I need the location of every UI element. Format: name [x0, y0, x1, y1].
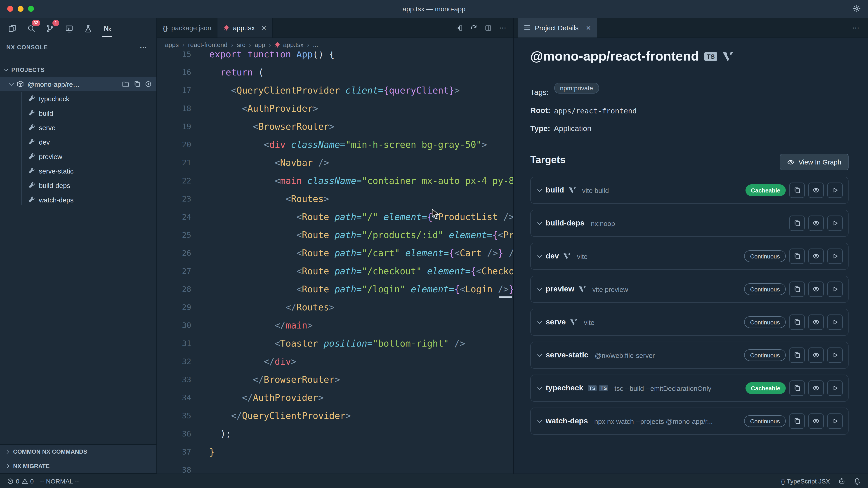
target-icon[interactable]	[145, 80, 152, 88]
editor-more-icon[interactable]: ⋯	[499, 24, 507, 32]
copilot-icon[interactable]	[838, 477, 845, 485]
refresh-icon[interactable]	[470, 24, 477, 31]
sidebar-target-row[interactable]: preview	[0, 149, 156, 164]
code-line[interactable]: 16 return (	[157, 63, 513, 81]
settings-gear-icon[interactable]	[852, 4, 861, 13]
project-row[interactable]: @mono-app/rea...	[0, 77, 156, 91]
target-card[interactable]: serve vite Continuous	[530, 308, 848, 336]
sidebar-target-row[interactable]: serve-static	[0, 164, 156, 178]
target-card[interactable]: build vite build Cacheable	[530, 177, 848, 204]
code-line[interactable]: 18 <AuthProvider>	[157, 99, 513, 118]
code-line[interactable]: 20 <div className="min-h-screen bg-gray-…	[157, 135, 513, 154]
run-task-button[interactable]	[827, 315, 843, 330]
target-card[interactable]: typecheck TSTS tsc --build --emitDeclara…	[530, 375, 848, 402]
code-line[interactable]: 17 <QueryClientProvider client={queryCli…	[157, 81, 513, 99]
target-card[interactable]: watch-deps npx nx watch --projects @mono…	[530, 408, 848, 435]
projects-section-row[interactable]: PROJECTS	[0, 62, 156, 77]
view-task-button[interactable]	[808, 348, 824, 363]
copy-task-button[interactable]	[789, 249, 805, 264]
code-line[interactable]: 29 </Routes>	[157, 298, 513, 316]
code-line[interactable]: 21 <Navbar />	[157, 154, 513, 172]
sidebar-target-row[interactable]: typecheck	[0, 91, 156, 106]
run-task-button[interactable]	[827, 282, 843, 297]
notifications-bell-icon[interactable]	[854, 477, 861, 485]
view-task-button[interactable]	[808, 216, 824, 231]
close-icon[interactable]: ✕	[586, 24, 591, 31]
view-task-button[interactable]	[808, 282, 824, 297]
sidebar-target-row[interactable]: build-deps	[0, 178, 156, 193]
breadcrumb-item[interactable]: react-frontend	[188, 41, 227, 48]
view-task-button[interactable]	[808, 183, 824, 198]
code-line[interactable]: 28 <Route path="/login" element={<Login …	[157, 280, 513, 298]
target-card[interactable]: preview vite preview Continuous	[530, 275, 848, 303]
run-task-button[interactable]	[827, 414, 843, 429]
close-icon[interactable]: ✕	[261, 24, 266, 31]
copy-task-button[interactable]	[789, 183, 805, 198]
nx-migrate-row[interactable]: NX MIGRATE	[0, 459, 156, 474]
code-line[interactable]: 25 <Route path="/products/:id" element={…	[157, 226, 513, 244]
remote-explorer-button[interactable]	[61, 20, 78, 37]
problems-indicator[interactable]: 0 0	[7, 477, 34, 485]
copy-task-button[interactable]	[789, 348, 805, 363]
sidebar-target-row[interactable]: build	[0, 106, 156, 120]
code-line[interactable]: 19 <BrowserRouter>	[157, 118, 513, 135]
open-to-side-icon[interactable]	[456, 24, 463, 31]
code-editor[interactable]: 15 export function App() { 16 return ( 1…	[157, 52, 513, 474]
view-task-button[interactable]	[808, 249, 824, 264]
code-line[interactable]: 36 );	[157, 425, 513, 443]
code-line[interactable]: 38	[157, 461, 513, 474]
run-task-button[interactable]	[827, 183, 843, 198]
sidebar-target-row[interactable]: dev	[0, 135, 156, 149]
run-task-button[interactable]	[827, 216, 843, 231]
code-line[interactable]: 33 </BrowserRouter>	[157, 370, 513, 389]
breadcrumb-item[interactable]: src	[237, 41, 245, 48]
sidebar-target-row[interactable]: watch-deps	[0, 193, 156, 207]
code-line[interactable]: 27 <Route path="/checkout" element={<Che…	[157, 262, 513, 280]
source-control-button[interactable]: 1	[41, 20, 59, 37]
code-line[interactable]: 24 <Route path="/" element={<ProductList…	[157, 208, 513, 226]
breadcrumb-item[interactable]: ...	[313, 41, 318, 48]
vim-mode-indicator[interactable]: -- NORMAL --	[40, 477, 79, 485]
editor-tab[interactable]: app.tsx ✕	[218, 18, 273, 37]
nx-console-button[interactable]: Nx	[98, 20, 116, 37]
code-line[interactable]: 34 </AuthProvider>	[157, 389, 513, 407]
target-card[interactable]: serve-static @nx/web:file-server Continu…	[530, 341, 848, 369]
code-line[interactable]: 35 </QueryClientProvider>	[157, 407, 513, 425]
editor-tab[interactable]: {} package.json ✕	[157, 18, 218, 37]
copy-task-button[interactable]	[789, 381, 805, 396]
split-editor-icon[interactable]	[485, 24, 492, 31]
copy-task-button[interactable]	[789, 414, 805, 429]
testing-button[interactable]	[80, 20, 97, 37]
breadcrumb-item[interactable]: apps	[165, 41, 179, 48]
copy-task-button[interactable]	[789, 216, 805, 231]
minimize-window-button[interactable]	[18, 6, 24, 12]
code-line[interactable]: 30 </main>	[157, 316, 513, 334]
code-line[interactable]: 22 <main className="container mx-auto px…	[157, 172, 513, 190]
copy-task-button[interactable]	[789, 282, 805, 297]
run-task-button[interactable]	[827, 381, 843, 396]
project-details-tab[interactable]: Project Details ✕	[518, 18, 597, 37]
code-line[interactable]: 37 }	[157, 443, 513, 461]
code-line[interactable]: 31 <Toaster position="bottom-right" />	[157, 334, 513, 352]
panel-more-icon[interactable]: ⋯	[852, 18, 868, 37]
sidebar-more-icon[interactable]: ⋯	[140, 43, 147, 51]
explorer-button[interactable]	[4, 20, 21, 37]
close-window-button[interactable]	[7, 6, 13, 12]
search-button[interactable]: 32	[23, 20, 40, 37]
target-card[interactable]: build-deps nx:noop	[530, 210, 848, 237]
breadcrumb-item[interactable]: app.tsx	[275, 41, 304, 48]
code-line[interactable]: 15 export function App() {	[157, 52, 513, 63]
code-line[interactable]: 23 <Routes>	[157, 190, 513, 208]
copy-task-button[interactable]	[789, 315, 805, 330]
run-task-button[interactable]	[827, 249, 843, 264]
copy-icon[interactable]	[133, 80, 141, 88]
language-indicator[interactable]: {} TypeScript JSX	[781, 477, 830, 485]
target-card[interactable]: dev vite Continuous	[530, 242, 848, 270]
view-task-button[interactable]	[808, 315, 824, 330]
run-task-button[interactable]	[827, 348, 843, 363]
common-nx-commands-row[interactable]: COMMON NX COMMANDS	[0, 445, 156, 459]
view-in-graph-button[interactable]: View In Graph	[780, 154, 848, 170]
code-line[interactable]: 32 </div>	[157, 352, 513, 370]
sidebar-target-row[interactable]: serve	[0, 120, 156, 135]
breadcrumb-item[interactable]: app	[254, 41, 265, 48]
